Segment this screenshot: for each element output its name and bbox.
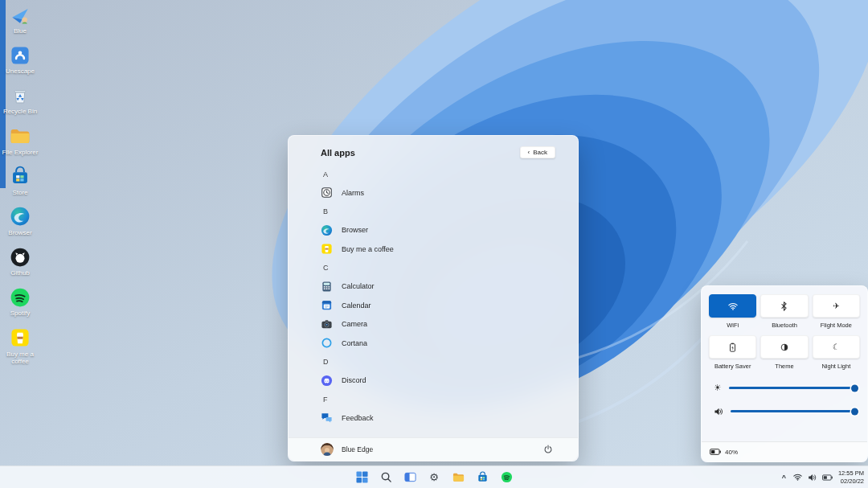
wifi-icon — [728, 302, 738, 310]
desktop-icon-label: Recycle Bin — [3, 108, 37, 115]
spotify-button[interactable] — [497, 469, 515, 486]
app-label: Calculator — [342, 282, 375, 290]
brightness-slider[interactable] — [729, 387, 855, 389]
volume-slider-row — [702, 400, 867, 423]
back-button[interactable]: ‹ Back — [520, 146, 555, 158]
desktop-icon-label: File Explorer — [2, 149, 39, 156]
edge-browser-icon — [10, 206, 31, 228]
desktop-screen: Blue Unescape Recycle Bin File Explorer … — [0, 0, 868, 488]
app-row-feedback[interactable]: Feedback — [321, 408, 578, 428]
desktop-icon-label: Spotify — [10, 310, 30, 317]
all-apps-header: All apps ‹ Back — [289, 136, 578, 162]
toggle-label: WiFi — [727, 322, 739, 329]
tray-time: 12:55 PM — [838, 470, 864, 478]
power-button[interactable] — [542, 444, 554, 455]
user-avatar[interactable] — [321, 443, 334, 456]
app-row-browser[interactable]: Browser — [321, 221, 578, 240]
windows-logo-icon — [356, 471, 368, 483]
desktop-icon-store[interactable]: Store — [2, 166, 39, 196]
desktop-icon-label: Blue — [14, 27, 27, 35]
brightness-slider-knob[interactable] — [851, 384, 858, 392]
wifi-toggle-button[interactable] — [709, 294, 756, 318]
desktop-icon-label: Buy me a coffee — [2, 351, 39, 365]
taskbar: ⚙ ^ 12:55 PM 02/ — [0, 465, 868, 488]
file-explorer-button[interactable] — [449, 469, 467, 486]
gear-icon: ⚙ — [429, 472, 439, 482]
folder-icon — [10, 125, 31, 147]
app-row-discord[interactable]: Discord — [321, 371, 578, 391]
tray-volume-icon[interactable] — [808, 474, 817, 482]
back-button-label: Back — [533, 149, 547, 156]
search-button[interactable] — [377, 469, 395, 486]
section-letter-d[interactable]: D — [321, 353, 578, 371]
app-label: Discord — [342, 376, 366, 384]
app-label: Cortana — [342, 339, 367, 347]
app-row-cortana[interactable]: Cortana — [321, 334, 578, 353]
app-label: Browser — [342, 226, 368, 234]
flight-mode-toggle-button[interactable]: ✈ — [813, 294, 860, 318]
desktop-icon-label: Store — [12, 189, 27, 196]
desktop-icon-file-explorer[interactable]: File Explorer — [2, 125, 39, 156]
toggle-label: Night Light — [821, 363, 850, 370]
start-menu-all-apps-panel: All apps ‹ Back A Alarms B Browser Buy m… — [288, 135, 579, 461]
desktop-icon-recycle-bin[interactable]: Recycle Bin — [2, 84, 39, 115]
theme-toggle-button[interactable] — [760, 335, 808, 359]
section-letter-c[interactable]: C — [321, 259, 578, 277]
toggle-label: Battery Saver — [714, 363, 751, 370]
store-icon — [477, 471, 489, 483]
volume-slider-fill — [731, 410, 855, 412]
tray-date: 02/20/22 — [838, 478, 864, 486]
desktop-icon-label: Browser — [8, 229, 31, 236]
all-apps-list: A Alarms B Browser Buy me a coffee C Cal… — [289, 162, 578, 437]
desktop-icon-buy-me-a-coffee[interactable]: Buy me a coffee — [2, 327, 39, 365]
desktop-icon-browser[interactable]: Browser — [2, 206, 39, 236]
user-name[interactable]: Blue Edge — [342, 445, 373, 453]
app-row-alarms[interactable]: Alarms — [321, 183, 578, 203]
app-row-buy-me-a-coffee[interactable]: Buy me a coffee — [321, 240, 578, 259]
spotify-icon — [10, 286, 31, 308]
desktop-icon-spotify[interactable]: Spotify — [2, 286, 39, 317]
battery-icon — [710, 449, 721, 455]
moon-icon: ☾ — [833, 343, 840, 351]
task-view-icon — [404, 471, 416, 483]
app-row-calendar[interactable]: Calendar — [321, 296, 578, 315]
app-row-camera[interactable]: Camera — [321, 315, 578, 334]
quick-settings-grid: WiFi Bluetooth ✈ Flight Mode Battery Sav… — [702, 286, 867, 376]
coffee-icon — [321, 243, 333, 255]
store-button[interactable] — [473, 469, 491, 486]
bluetooth-toggle-button[interactable] — [760, 294, 808, 318]
system-tray: ^ 12:55 PM 02/20/22 — [780, 466, 864, 488]
tray-wifi-icon[interactable] — [793, 474, 802, 481]
battery-saver-toggle-button[interactable] — [709, 335, 756, 359]
desktop-icon-column: Blue Unescape Recycle Bin File Explorer … — [2, 4, 39, 365]
battery-percent-label: 40% — [725, 449, 738, 456]
night-light-toggle-button[interactable]: ☾ — [813, 335, 860, 359]
taskbar-center-icons: ⚙ — [353, 466, 515, 488]
feedback-icon — [321, 412, 333, 424]
section-letter-b[interactable]: B — [321, 203, 578, 221]
all-apps-title: All apps — [321, 148, 355, 158]
desktop-icon-github[interactable]: Github — [2, 246, 39, 277]
brightness-icon: ☀ — [714, 383, 722, 392]
volume-slider-knob[interactable] — [851, 408, 858, 415]
toggle-label: Flight Mode — [821, 322, 852, 329]
chevron-left-icon: ‹ — [528, 149, 530, 156]
section-letter-a[interactable]: A — [321, 165, 578, 183]
desktop-icon-unescape[interactable]: Unescape — [2, 44, 39, 75]
tray-clock[interactable]: 12:55 PM 02/20/22 — [838, 470, 864, 486]
tray-chevron-up-icon[interactable]: ^ — [780, 474, 788, 482]
edge-browser-icon — [321, 224, 333, 236]
section-letter-f[interactable]: F — [321, 390, 578, 408]
calendar-icon — [321, 299, 333, 311]
tray-battery-icon[interactable] — [822, 474, 833, 481]
settings-button[interactable]: ⚙ — [425, 469, 443, 486]
blue-app-icon — [10, 4, 31, 26]
toggle-label: Bluetooth — [772, 322, 797, 329]
task-view-button[interactable] — [401, 469, 419, 486]
app-row-calculator[interactable]: Calculator — [321, 277, 578, 297]
desktop-icon-blue[interactable]: Blue — [2, 4, 39, 35]
volume-slider[interactable] — [731, 410, 855, 412]
battery-saver-icon — [729, 342, 736, 352]
app-label: Calendar — [342, 301, 371, 310]
start-button[interactable] — [353, 469, 371, 486]
